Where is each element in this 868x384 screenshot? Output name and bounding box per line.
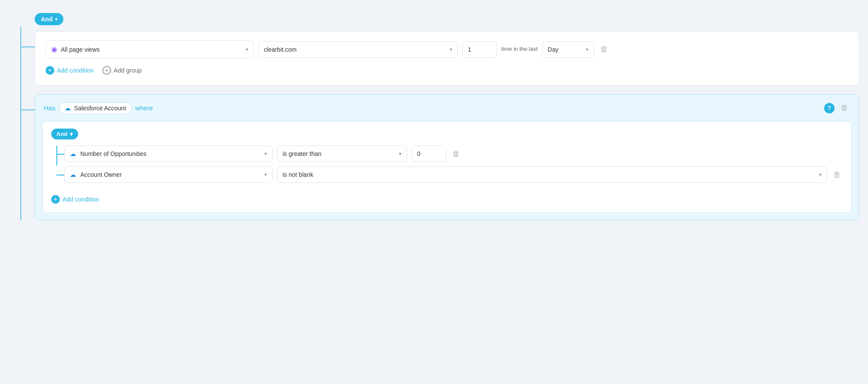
condition-1-h-line [56, 154, 64, 155]
first-group-delete-button[interactable]: 🗑 [598, 43, 610, 56]
first-group-connector [21, 46, 35, 47]
inner-and-label: And [56, 131, 67, 137]
add-condition-plus-icon: + [46, 66, 54, 75]
time-unit-select[interactable]: Day ▾ [542, 41, 594, 58]
condition-row-2: ☁ Account Owner ▾ is not blank ▾ 🗑 [64, 166, 843, 183]
inner-and-button[interactable]: And ▾ [51, 129, 78, 139]
salesforce-group-connector [21, 109, 35, 110]
conditions-container: ☁ Number of Opportunities ▾ is greater t… [51, 146, 843, 183]
domain-chevron: ▾ [450, 46, 452, 53]
salesforce-group-card: Has ☁ Salesforce Account where ? 🗑 And ▾ [35, 94, 859, 220]
opportunities-operator-select[interactable]: is greater than ▾ [277, 146, 407, 162]
trash-icon: 🗑 [600, 45, 608, 54]
salesforce-account-badge[interactable]: ☁ Salesforce Account [59, 102, 132, 114]
inner-add-condition-label: Add condition [62, 196, 99, 203]
opportunities-field-label: Number of Opportunities [80, 150, 147, 157]
first-group-card: ◉ All page views ▾ clearbit.com ▾ 1 time… [35, 31, 859, 86]
inner-and-chevron: ▾ [70, 131, 73, 137]
add-group-plus-icon: + [102, 66, 111, 75]
condition-1-delete-button[interactable]: 🗑 [450, 148, 462, 160]
account-owner-field-label: Account Owner [80, 171, 122, 178]
opportunities-chevron: ▾ [264, 151, 267, 157]
root-and-button[interactable]: And ▾ [35, 13, 63, 25]
condition-2-trash-icon: 🗑 [833, 170, 841, 179]
inner-add-condition-plus-icon: + [51, 195, 60, 204]
salesforce-account-label: Salesforce Account [74, 105, 126, 112]
add-group-button[interactable]: + Add group [102, 64, 142, 76]
salesforce-cloud-icon: ☁ [65, 105, 71, 112]
account-owner-field-select[interactable]: ☁ Account Owner ▾ [64, 166, 273, 183]
opportunities-operator-chevron: ▾ [399, 151, 401, 157]
first-group-add-condition-button[interactable]: + Add condition [46, 64, 94, 76]
inner-and-container: And ▾ ☁ Number of Opportunities ▾ is gre… [42, 121, 852, 213]
time-number-input[interactable]: 1 [462, 41, 497, 58]
conditions-vertical-line [56, 146, 57, 166]
root-and-chevron: ▾ [55, 17, 57, 22]
time-unit-value: Day [548, 46, 559, 53]
condition-row-1: ☁ Number of Opportunities ▾ is greater t… [64, 146, 843, 162]
salesforce-delete-button[interactable]: 🗑 [839, 102, 850, 114]
condition-2-delete-button[interactable]: 🗑 [832, 169, 843, 181]
add-condition-label: Add condition [57, 67, 94, 74]
condition-1-trash-icon: 🗑 [452, 149, 460, 159]
salesforce-header: Has ☁ Salesforce Account where ? 🗑 [35, 95, 859, 121]
domain-value: clearbit.com [264, 46, 296, 53]
account-owner-operator-chevron: ▾ [819, 172, 822, 178]
inner-add-condition-button[interactable]: + Add condition [51, 193, 99, 205]
page-views-select[interactable]: ◉ All page views ▾ [46, 40, 254, 58]
opportunities-field-select[interactable]: ☁ Number of Opportunities ▾ [64, 146, 273, 162]
account-owner-chevron: ▾ [264, 172, 267, 178]
where-label: where [135, 104, 153, 112]
opportunities-operator-label: is greater than [283, 150, 322, 157]
opportunities-cloud-icon: ☁ [70, 150, 76, 157]
root-vertical-line [20, 27, 21, 220]
account-owner-operator-label: is not blank [283, 171, 313, 178]
page-views-label: All page views [61, 46, 100, 53]
time-unit-chevron: ▾ [586, 46, 589, 53]
add-group-label: Add group [114, 67, 142, 74]
first-group-actions: + Add condition + Add group [46, 58, 848, 76]
has-label: Has [44, 104, 56, 112]
root-container: And ▾ ◉ All page views ▾ clearbit.com ▾ … [9, 9, 859, 220]
account-owner-operator-select[interactable]: is not blank ▾ [277, 166, 827, 183]
salesforce-header-left: Has ☁ Salesforce Account where [44, 102, 153, 114]
domain-select[interactable]: clearbit.com ▾ [258, 41, 458, 58]
first-group-condition-row: ◉ All page views ▾ clearbit.com ▾ 1 time… [46, 40, 848, 58]
opportunities-value-input[interactable] [411, 146, 446, 162]
page-views-chevron: ▾ [246, 46, 248, 53]
root-and-label: And [41, 16, 53, 23]
eye-icon: ◉ [51, 45, 57, 53]
salesforce-header-right: ? 🗑 [824, 102, 850, 114]
account-owner-cloud-icon: ☁ [70, 171, 76, 178]
time-in-last-label: time in the last [501, 46, 538, 53]
salesforce-help-button[interactable]: ? [824, 103, 835, 113]
condition-2-h-line [56, 175, 64, 175]
salesforce-trash-icon: 🗑 [841, 103, 848, 113]
